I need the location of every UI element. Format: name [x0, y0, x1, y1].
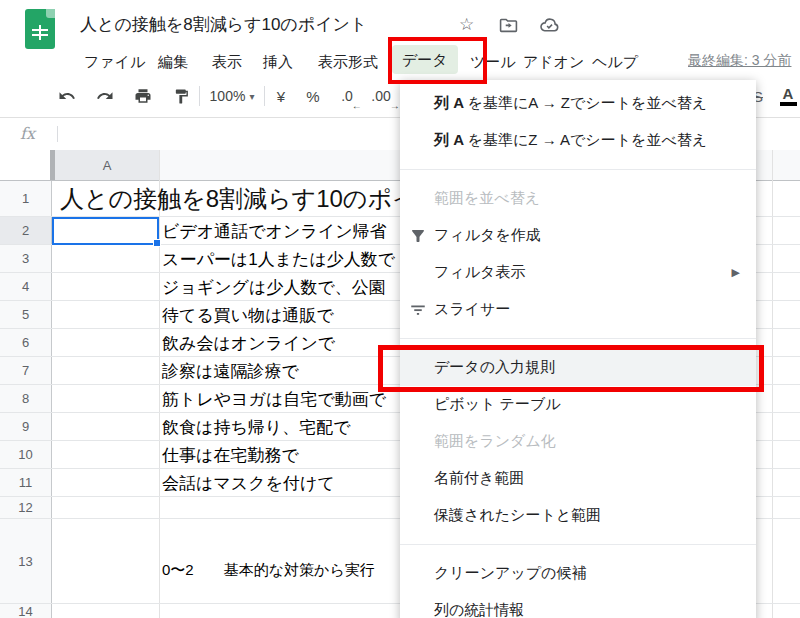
- cell-b5-text: 待てる買い物は通販で: [162, 303, 334, 326]
- cell-b9-text: 飲食は持ち帰り、宅配で: [162, 415, 351, 438]
- row-header-13[interactable]: 13: [0, 519, 52, 603]
- cell-b4-text: ジョギングは少人数で、公園: [162, 275, 386, 298]
- zoom-select[interactable]: 100% ▾: [206, 75, 258, 117]
- redo-icon[interactable]: [90, 75, 120, 117]
- menu-help[interactable]: ヘルプ: [592, 50, 638, 74]
- menu-item-create-filter[interactable]: フィルタを作成: [400, 217, 756, 254]
- cell-b10-text: 仕事は在宅勤務で: [162, 443, 299, 466]
- row-header-2[interactable]: 2: [0, 217, 52, 244]
- selected-cell-a2[interactable]: [52, 217, 159, 245]
- sheets-logo[interactable]: [25, 9, 55, 49]
- logo-grid: [32, 25, 48, 40]
- column-header-a[interactable]: A: [55, 150, 159, 180]
- menu-file[interactable]: ファイル: [84, 50, 145, 74]
- row-header-14[interactable]: 14: [0, 604, 52, 618]
- fill-handle[interactable]: [153, 239, 161, 247]
- menu-addons[interactable]: アドオン: [523, 50, 584, 74]
- menu-item-slicer[interactable]: スライサー: [400, 291, 756, 328]
- red-highlight-data-menu: [388, 37, 487, 84]
- right-arrow-icon: →: [390, 100, 400, 111]
- currency-format-button[interactable]: ¥: [268, 75, 294, 117]
- last-edit-link[interactable]: 最終編集: 3 分前: [688, 52, 800, 70]
- fx-label: fx: [20, 124, 35, 143]
- cell-b2-text: ビデオ通話でオンライン帰省: [162, 219, 387, 242]
- row-header-7[interactable]: 7: [0, 357, 52, 384]
- row-header-8[interactable]: 8: [0, 385, 52, 412]
- document-title[interactable]: 人との接触を8割減らす10のポイント: [80, 13, 367, 36]
- row-header-5[interactable]: 5: [0, 301, 52, 328]
- menu-item-named-ranges[interactable]: 名前付き範囲: [400, 460, 756, 497]
- menu-item-filter-views[interactable]: フィルタ表示 ▶: [400, 254, 756, 291]
- move-to-folder-icon[interactable]: [499, 17, 518, 38]
- left-arrow-icon: ←: [352, 100, 362, 111]
- cloud-saved-icon: [539, 17, 560, 38]
- select-all-corner[interactable]: [0, 150, 50, 180]
- row-header-6[interactable]: 6: [0, 329, 52, 356]
- menu-item-protected-sheets[interactable]: 保護されたシートと範囲: [400, 497, 756, 534]
- menu-divider: [400, 338, 756, 339]
- submenu-arrow-icon: ▶: [732, 266, 740, 279]
- menu-format[interactable]: 表示形式: [318, 50, 378, 74]
- menu-item-randomize-range: 範囲をランダム化: [400, 423, 756, 460]
- row-header-9[interactable]: 9: [0, 413, 52, 440]
- row-header-10[interactable]: 10: [0, 441, 52, 468]
- menu-insert[interactable]: 挿入: [263, 50, 293, 74]
- decrease-decimal-button[interactable]: .0←: [332, 75, 362, 117]
- menu-edit[interactable]: 編集: [158, 50, 188, 74]
- row-header-12[interactable]: 12: [0, 497, 52, 518]
- row-header-4[interactable]: 4: [0, 273, 52, 300]
- menu-item-column-stats[interactable]: 列の統計情報: [400, 592, 756, 618]
- formula-bar-separator: [57, 126, 58, 142]
- toolbar-separator: [264, 86, 265, 106]
- print-icon[interactable]: [128, 75, 158, 117]
- menu-view[interactable]: 表示: [212, 50, 242, 74]
- toolbar-separator: [199, 86, 200, 106]
- cell-b8-text: 筋トレやヨガは自宅で動画で: [162, 387, 386, 410]
- filter-icon: [409, 227, 427, 245]
- cell-b6-text: 飲み会はオンラインで: [162, 331, 335, 354]
- row-header-11[interactable]: 11: [0, 469, 52, 496]
- menu-item-sort-sheet-az[interactable]: 列 A を基準にA → Zでシートを並べ替え: [400, 85, 756, 122]
- cell-b7-text: 診察は遠隔診療で: [162, 359, 299, 382]
- paint-format-icon[interactable]: [166, 75, 196, 117]
- cell-b3-text: スーパーは1人または少人数で: [162, 247, 395, 270]
- menu-item-cleanup-suggestions[interactable]: クリーンアップの候補: [400, 555, 756, 592]
- undo-icon[interactable]: [52, 75, 82, 117]
- star-icon[interactable]: ☆: [459, 15, 474, 35]
- red-highlight-data-validation: [378, 345, 764, 392]
- row-header-1[interactable]: 1: [0, 181, 52, 216]
- cell-b11-text: 会話はマスクを付けて: [162, 471, 335, 494]
- logo-fold: [46, 9, 55, 18]
- text-color-button[interactable]: A: [776, 75, 800, 117]
- row-header-3[interactable]: 3: [0, 245, 52, 272]
- menu-divider: [400, 169, 756, 170]
- google-sheets-app: 人との接触を8割減らす10のポイント ☆ ファイル 編集 表示 挿入 表示形式 …: [0, 0, 800, 618]
- chevron-down-icon: ▾: [249, 91, 254, 102]
- menu-divider: [400, 544, 756, 545]
- text-color-bar: [780, 102, 797, 106]
- slicer-icon: [409, 301, 427, 319]
- percent-format-button[interactable]: %: [300, 75, 326, 117]
- menu-item-sort-sheet-za[interactable]: 列 A を基準にZ → Aでシートを並べ替え: [400, 122, 756, 159]
- menu-item-sort-range: 範囲を並べ替え: [400, 180, 756, 217]
